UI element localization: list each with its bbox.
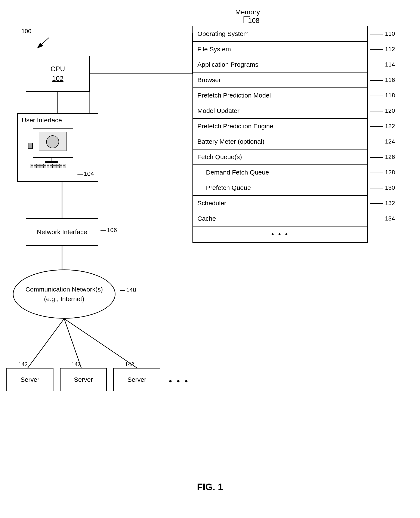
- disk-icon: [28, 143, 33, 149]
- monitor-screen: [39, 132, 67, 151]
- memory-row-ap: Application Programs 114: [193, 57, 367, 73]
- server-box-3: Server: [113, 368, 160, 391]
- ref-118: 118: [370, 92, 395, 99]
- keyboard: [30, 164, 71, 171]
- memory-row-os: Operating System 110: [193, 26, 367, 42]
- ui-box: User Interface: [17, 113, 98, 182]
- server-ref-2: —142: [66, 361, 81, 368]
- ui-ref-label: —104: [77, 171, 94, 177]
- memory-row-fq: Fetch Queue(s) 126: [193, 150, 367, 165]
- server-box-1: Server: [7, 368, 53, 391]
- network-ellipse: Communication Network(s)(e.g., Internet): [13, 270, 115, 319]
- memory-row-fs: File System 112: [193, 42, 367, 57]
- network-ref-label: —140: [120, 287, 136, 293]
- svg-line-9: [64, 319, 81, 368]
- ref-116: 116: [370, 76, 395, 83]
- memory-row-mu: Model Updater 120: [193, 103, 367, 119]
- memory-bracket-svg: [235, 12, 252, 25]
- memory-row-sched: Scheduler 132: [193, 196, 367, 211]
- ref-122: 122: [370, 123, 395, 130]
- ref-132: 132: [370, 200, 395, 207]
- ref-126: 126: [370, 154, 395, 160]
- memory-row-cache: Cache 134: [193, 211, 367, 226]
- server-ref-3: —142: [119, 361, 134, 368]
- ref-114: 114: [370, 61, 395, 68]
- figure-label: FIG. 1: [0, 482, 420, 492]
- diagram: 100 Memory 108 Operating System 110 File…: [0, 0, 420, 518]
- computer-illustration: [26, 126, 84, 171]
- diagram-ref-label: 100: [21, 28, 31, 35]
- memory-row-ppm: Prefetch Prediction Model 118: [193, 88, 367, 103]
- memory-row-pq: Prefetch Queue 130: [193, 180, 367, 196]
- ni-ref-label: —106: [100, 227, 117, 233]
- memory-row-browser: Browser 116: [193, 73, 367, 88]
- memory-row-dfq: Demand Fetch Queue 128: [193, 165, 367, 180]
- ref-134: 134: [370, 215, 395, 222]
- monitor-stand: [52, 158, 52, 162]
- ref-110: 110: [370, 30, 395, 37]
- server-ref-1: —142: [13, 361, 28, 368]
- monitor-outer: [33, 128, 73, 158]
- svg-line-1: [38, 38, 49, 48]
- network-label: Communication Network(s)(e.g., Internet): [25, 285, 103, 304]
- ref-124: 124: [370, 138, 395, 145]
- svg-line-8: [28, 319, 64, 368]
- cpu-label: CPU: [51, 64, 65, 74]
- network-interface-box: Network Interface: [26, 218, 98, 246]
- ui-label: User Interface: [22, 117, 62, 124]
- cpu-box: CPU 102: [26, 56, 90, 92]
- cpu-ref: 102: [52, 74, 63, 83]
- server-box-2: Server: [60, 368, 107, 391]
- ref-130: 130: [370, 184, 395, 191]
- ni-label: Network Interface: [37, 228, 87, 236]
- screen-circle: [46, 135, 59, 148]
- monitor-base: [45, 161, 58, 163]
- memory-stack: Operating System 110 File System 112 App…: [193, 26, 368, 243]
- servers-ellipsis: • • •: [169, 376, 189, 386]
- ref-120: 120: [370, 107, 395, 114]
- memory-row-ppe: Prefetch Prediction Engine 122: [193, 119, 367, 134]
- ref-128: 128: [370, 169, 395, 176]
- svg-line-10: [64, 319, 137, 368]
- ref-112: 112: [370, 46, 395, 53]
- memory-row-bm: Battery Meter (optional) 124: [193, 134, 367, 150]
- memory-row-ellipsis: • • •: [193, 226, 367, 242]
